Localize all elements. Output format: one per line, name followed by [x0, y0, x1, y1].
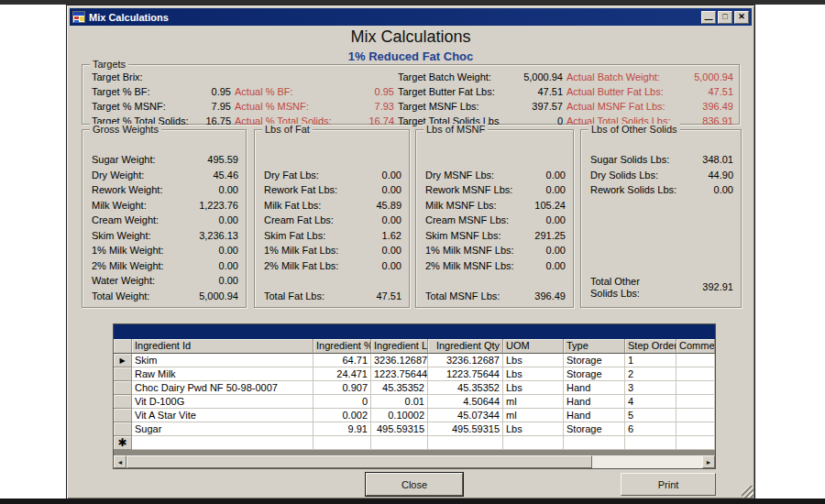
grid-cell[interactable]: 495.59315: [428, 422, 503, 436]
grid-cell[interactable]: Sugar: [132, 422, 314, 436]
grid-cell[interactable]: 1223.75644: [428, 367, 503, 381]
grid-cell[interactable]: 45.07344: [428, 409, 503, 422]
scrollbar-thumb[interactable]: [126, 455, 592, 468]
grid-cell[interactable]: Lbs: [503, 354, 564, 367]
close-window-button[interactable]: ✕: [734, 11, 749, 24]
stat-row: Cream Weight:0.00: [82, 213, 246, 228]
stat-label: Rework Weight:: [92, 182, 162, 198]
grid-cell[interactable]: 5: [625, 409, 676, 422]
grid-cell[interactable]: 3: [625, 381, 676, 395]
grid-cell[interactable]: 6: [625, 422, 676, 436]
grid-cell[interactable]: 0.907: [314, 381, 371, 395]
grid-cell[interactable]: 495.59315: [371, 422, 428, 436]
minimize-button[interactable]: —: [701, 11, 716, 24]
target-label: Target Butter Fat Lbs:: [398, 85, 515, 100]
grid-data-row: Sugar9.91495.59315495.59315LbsStorage6: [114, 422, 715, 436]
grid-cell[interactable]: [503, 436, 564, 450]
row-selector[interactable]: [114, 409, 132, 422]
row-selector[interactable]: [114, 422, 132, 436]
grid-cell[interactable]: Hand: [564, 381, 625, 395]
grid-cell[interactable]: Storage: [564, 354, 625, 367]
grid-cell[interactable]: Hand: [564, 409, 625, 422]
grid-cell[interactable]: Skim: [132, 354, 314, 367]
grid-cell[interactable]: 2: [625, 367, 676, 381]
column-header-ingredient-qty[interactable]: Ingredient Qty: [428, 339, 503, 354]
grid-cell[interactable]: Lbs: [503, 381, 564, 395]
new-row-indicator[interactable]: ✱: [114, 436, 132, 450]
stat-label: Water Weight:: [92, 273, 155, 289]
row-selector[interactable]: [114, 381, 132, 395]
column-header-ingredient-id[interactable]: Ingredient Id: [132, 339, 314, 354]
column-header-step-order[interactable]: Step Order: [625, 339, 676, 354]
grid-cell[interactable]: 45.35352: [371, 381, 428, 395]
row-selector[interactable]: [114, 395, 132, 409]
grid-cell[interactable]: 24.471: [314, 367, 371, 381]
grid-cell[interactable]: 0.01: [371, 395, 428, 409]
row-selector-header[interactable]: [114, 339, 132, 354]
grid-cell[interactable]: 4.50644: [428, 395, 503, 409]
grid-cell[interactable]: Lbs: [503, 422, 564, 436]
grid-cell[interactable]: Raw Milk: [132, 367, 314, 381]
stat-row: 1% Milk MSNF Lbs:0.00: [416, 243, 573, 258]
column-header-uom[interactable]: UOM: [503, 339, 564, 354]
grid-cell[interactable]: 3236.12687: [428, 354, 503, 367]
close-button[interactable]: Close: [366, 473, 463, 496]
maximize-button[interactable]: □: [718, 11, 732, 24]
column-header-ingredient-lbs[interactable]: Ingredient Lbs: [371, 339, 428, 354]
grid-cell[interactable]: [428, 436, 503, 450]
grid-cell[interactable]: [676, 367, 715, 381]
grid-cell[interactable]: [625, 436, 676, 450]
resize-grip[interactable]: [742, 486, 754, 498]
grid-cell[interactable]: 45.35352: [428, 381, 503, 395]
grid-cell[interactable]: Vit A Star Vite: [132, 409, 314, 422]
grid-cell[interactable]: [676, 354, 715, 367]
horizontal-scrollbar[interactable]: ◄ ►: [114, 455, 715, 468]
grid-cell[interactable]: ml: [503, 395, 564, 409]
grid-cell[interactable]: [676, 436, 715, 450]
grid-cell[interactable]: Storage: [564, 422, 625, 436]
grid-cell[interactable]: [676, 422, 715, 436]
grid-data-row: ▶Skim64.713236.126873236.12687LbsStorage…: [114, 354, 715, 367]
stat-row: [581, 213, 741, 228]
title-bar[interactable]: Mix Calculations — □ ✕: [70, 8, 752, 26]
grid-cell[interactable]: 0.10002: [371, 409, 428, 422]
column-header-ingredient-[interactable]: Ingredient %: [314, 339, 371, 354]
grid-cell[interactable]: Hand: [564, 395, 625, 409]
maximize-icon: □: [722, 13, 727, 21]
stat-label: Skim Weight:: [92, 228, 151, 244]
grid-cell[interactable]: Choc Dairy Pwd NF 50-98-0007: [132, 381, 314, 395]
current-row-indicator[interactable]: ▶: [114, 354, 132, 367]
grid-cell[interactable]: Vit D-100G: [132, 395, 314, 409]
stat-row: Skim MSNF Lbs:291.25: [416, 228, 573, 244]
grid-cell[interactable]: [371, 436, 428, 450]
grid-cell[interactable]: 9.91: [314, 422, 371, 436]
stat-row: Milk Fat Lbs:45.89: [255, 198, 409, 214]
stat-label: Sugar Solids Lbs:: [590, 152, 669, 168]
grid-cell[interactable]: [314, 436, 371, 450]
row-selector[interactable]: [114, 367, 132, 381]
column-header-comment[interactable]: Comment: [676, 339, 715, 354]
stat-label: 1% Milk Fat Lbs:: [264, 243, 338, 258]
grid-cell[interactable]: 64.71: [314, 354, 371, 367]
grid-cell[interactable]: 1223.75644: [371, 367, 428, 381]
grid-cell[interactable]: Lbs: [503, 367, 564, 381]
grid-cell[interactable]: 0: [314, 395, 371, 409]
grid-cell[interactable]: 1: [625, 354, 676, 367]
scroll-right-icon: ►: [706, 459, 712, 466]
print-button[interactable]: Print: [621, 473, 716, 496]
grid-cell[interactable]: 0.002: [314, 409, 371, 422]
column-header-type[interactable]: Type: [564, 339, 625, 354]
grid-cell[interactable]: [676, 409, 715, 422]
scroll-right-button[interactable]: ►: [702, 455, 715, 468]
scroll-left-button[interactable]: ◄: [114, 455, 126, 468]
grid-cell[interactable]: ml: [503, 409, 564, 422]
grid-cell[interactable]: 4: [625, 395, 676, 409]
grid-cell[interactable]: [676, 381, 715, 395]
grid-cell[interactable]: [676, 395, 715, 409]
minimize-icon: —: [705, 16, 713, 24]
grid-cell[interactable]: Storage: [564, 367, 625, 381]
grid-cell[interactable]: [564, 436, 625, 450]
grid-cell[interactable]: 3236.12687: [371, 354, 428, 367]
grid-cell[interactable]: [132, 436, 314, 450]
target-value: 7.95: [192, 100, 235, 115]
